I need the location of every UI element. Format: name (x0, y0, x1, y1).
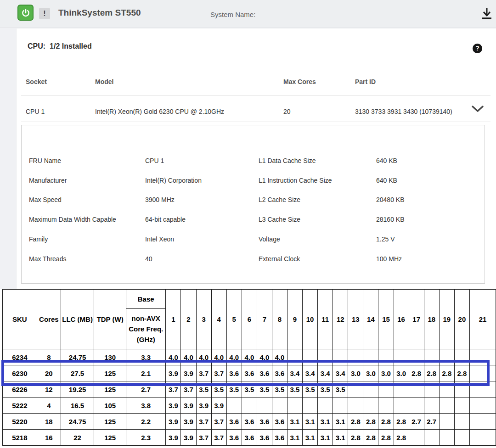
detail-value: 1.25 V (376, 235, 395, 243)
turbo-freq-cell (287, 349, 303, 365)
turbo-freq-cell (469, 398, 496, 414)
header-active-cores-4: 4 (211, 290, 226, 349)
llc-cell: 27.5 (61, 365, 94, 381)
turbo-freq-cell (303, 349, 318, 365)
header-base-freq-sub: non-AVX Core Freq. (GHz) (126, 309, 166, 349)
header-active-cores-18: 18 (424, 290, 439, 349)
turbo-freq-cell: 3.9 (166, 430, 181, 446)
sku-cell: 5222 (3, 398, 37, 414)
tdp-cell: 130 (94, 349, 126, 365)
turbo-freq-cell (394, 398, 409, 414)
detail-value: 640 KB (376, 177, 397, 184)
turbo-freq-cell (394, 381, 409, 398)
turbo-freq-cell (409, 398, 424, 414)
turbo-freq-cell: 3.6 (242, 430, 257, 446)
turbo-freq-cell: 3.9 (211, 398, 226, 414)
turbo-freq-cell (333, 349, 348, 365)
turbo-freq-cell: 3.0 (363, 365, 378, 381)
llc-cell: 19.25 (61, 381, 94, 398)
turbo-freq-cell (469, 381, 496, 398)
tdp-cell: 105 (94, 398, 126, 414)
turbo-freq-cell (363, 398, 378, 414)
cores-cell: 18 (37, 414, 61, 430)
cpu-title-label: CPU: (28, 42, 45, 50)
turbo-freq-cell: 3.6 (226, 430, 242, 446)
header-active-cores-1: 1 (166, 290, 181, 349)
base-freq-cell: 2.2 (126, 414, 166, 430)
turbo-freq-cell (272, 398, 287, 414)
turbo-freq-cell: 3.6 (257, 365, 272, 381)
turbo-freq-cell: 3.5 (272, 381, 287, 398)
base-freq-cell: 2.1 (126, 365, 166, 381)
cores-cell: 4 (37, 398, 61, 414)
header-active-cores-19: 19 (439, 290, 454, 349)
turbo-freq-cell (378, 398, 394, 414)
turbo-freq-cell: 2.8 (394, 430, 409, 446)
turbo-freq-cell: 3.5 (196, 381, 211, 398)
sku-row-6230: 62302027.51252.13.93.93.73.73.63.63.63.6… (3, 365, 496, 381)
llc-cell: 16.5 (61, 398, 94, 414)
header-active-cores-7: 7 (257, 290, 272, 349)
header-active-cores-13: 13 (348, 290, 363, 349)
turbo-freq-cell (363, 349, 378, 365)
download-icon[interactable] (481, 7, 493, 20)
turbo-freq-cell (318, 349, 333, 365)
turbo-freq-cell (439, 414, 454, 430)
turbo-freq-cell: 3.7 (211, 414, 226, 430)
turbo-freq-cell: 3.7 (196, 430, 211, 446)
turbo-freq-cell (303, 398, 318, 414)
sku-frequency-table: SKUCoresLLC (MB)TDP (W)Base1234567891011… (2, 289, 496, 446)
system-name-label: System Name: (210, 11, 255, 18)
turbo-freq-cell: 4.0 (257, 349, 272, 365)
detail-label: Max Threads (29, 255, 66, 263)
base-freq-cell: 2.3 (126, 430, 166, 446)
detail-label: Family (29, 235, 48, 243)
help-icon[interactable]: ? (473, 44, 482, 53)
turbo-freq-cell: 3.5 (303, 381, 318, 398)
column-header-socket: Socket (26, 78, 47, 85)
header-base: Base (126, 290, 166, 309)
header-active-cores-6: 6 (242, 290, 257, 349)
power-icon[interactable] (17, 5, 34, 21)
turbo-freq-cell (454, 414, 469, 430)
cpu-card-title: CPU:1/2 Installed (28, 42, 92, 50)
sku-cell: 6234 (3, 349, 37, 365)
sku-row-5222: 5222416.51053.83.93.93.93.9 (3, 398, 496, 414)
turbo-freq-cell (469, 365, 496, 381)
turbo-freq-cell (439, 398, 454, 414)
detail-value: Intel Xeon (145, 235, 174, 243)
turbo-freq-cell (454, 349, 469, 365)
turbo-freq-cell (226, 398, 242, 414)
turbo-freq-cell: 3.5 (333, 381, 348, 398)
header-active-cores-20: 20 (454, 290, 469, 349)
turbo-freq-cell: 3.6 (226, 365, 242, 381)
sku-cell: 6226 (3, 381, 37, 398)
header-active-cores-16: 16 (394, 290, 409, 349)
turbo-freq-cell: 2.7 (409, 414, 424, 430)
turbo-freq-cell (469, 430, 496, 446)
turbo-freq-cell (424, 398, 439, 414)
turbo-freq-cell (348, 349, 363, 365)
turbo-freq-cell (439, 381, 454, 398)
tdp-cell: 125 (94, 414, 126, 430)
divider (21, 95, 490, 95)
llc-cell: 22 (61, 430, 94, 446)
turbo-freq-cell (469, 349, 496, 365)
tdp-cell: 125 (94, 381, 126, 398)
turbo-freq-cell: 2.8 (348, 430, 363, 446)
column-header-model: Model (95, 78, 113, 85)
cores-cell: 8 (37, 349, 61, 365)
turbo-freq-cell: 3.1 (318, 414, 333, 430)
cpu-part-id-value: 3130 3733 3931 3430 (10739140) (355, 108, 452, 115)
header-cores: Cores (37, 290, 61, 349)
detail-label: External Clock (259, 255, 300, 263)
detail-label: Max Speed (29, 196, 62, 203)
turbo-freq-cell: 4.0 (272, 349, 287, 365)
exclamation-icon[interactable]: ! (39, 8, 50, 19)
turbo-freq-cell: 3.4 (287, 365, 303, 381)
turbo-freq-cell: 3.7 (211, 365, 226, 381)
turbo-freq-cell: 3.4 (318, 365, 333, 381)
chevron-down-icon[interactable] (471, 105, 484, 115)
turbo-freq-cell (454, 398, 469, 414)
turbo-freq-cell (394, 349, 409, 365)
